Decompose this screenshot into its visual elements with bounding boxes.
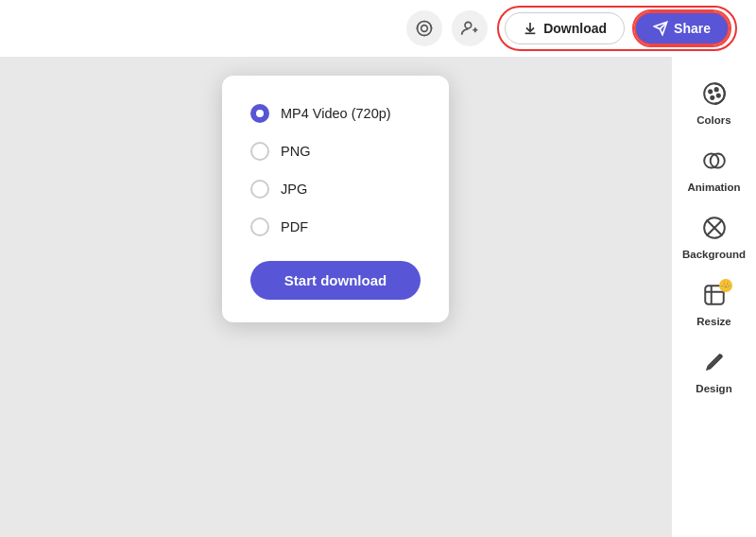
radio-jpg	[250, 180, 269, 199]
option-png[interactable]: PNG	[250, 132, 421, 170]
option-jpg[interactable]: JPG	[250, 170, 421, 208]
design-label: Design	[696, 383, 731, 394]
svg-point-6	[465, 22, 472, 28]
resize-icon-container: 👑	[702, 283, 727, 311]
download-button[interactable]: Download	[505, 12, 625, 44]
svg-point-13	[714, 88, 717, 91]
svg-point-0	[418, 22, 432, 36]
animation-label: Animation	[687, 182, 740, 193]
sidebar-item-resize[interactable]: 👑 Resize	[677, 273, 752, 337]
option-mp4[interactable]: MP4 Video (720p)	[250, 95, 421, 132]
start-download-label: Start download	[284, 272, 387, 288]
toolbar: Download Share	[0, 0, 756, 57]
main-area: MP4 Video (720p) PNG JPG PDF Start downl…	[0, 57, 756, 537]
colors-icon	[702, 81, 727, 110]
radio-png	[250, 142, 269, 161]
download-share-highlight: Download Share	[497, 6, 737, 51]
design-icon	[702, 350, 727, 378]
share-label: Share	[674, 21, 711, 36]
background-icon	[702, 216, 727, 244]
start-download-button[interactable]: Start download	[250, 261, 421, 300]
sidebar-item-background[interactable]: Background	[677, 206, 752, 269]
svg-point-15	[711, 96, 713, 99]
radio-pdf	[250, 217, 269, 236]
svg-point-1	[421, 26, 428, 32]
option-pdf[interactable]: PDF	[250, 208, 421, 246]
canvas-area: MP4 Video (720p) PNG JPG PDF Start downl…	[0, 57, 671, 537]
magic-button[interactable]	[406, 10, 442, 46]
crown-badge: 👑	[719, 279, 732, 292]
option-jpg-label: JPG	[281, 182, 307, 197]
background-label: Background	[682, 249, 746, 260]
right-sidebar: Colors Animation Background	[671, 57, 756, 537]
resize-label: Resize	[696, 316, 730, 327]
radio-mp4	[250, 104, 269, 123]
share-button[interactable]: Share	[634, 11, 730, 45]
sidebar-item-design[interactable]: Design	[677, 340, 752, 404]
option-png-label: PNG	[281, 144, 310, 159]
sidebar-item-colors[interactable]: Colors	[677, 72, 752, 135]
sidebar-item-animation[interactable]: Animation	[677, 139, 752, 202]
colors-label: Colors	[696, 114, 730, 126]
option-pdf-label: PDF	[281, 219, 308, 234]
add-user-button[interactable]	[452, 10, 488, 46]
download-dropdown: MP4 Video (720p) PNG JPG PDF Start downl…	[222, 76, 449, 322]
option-mp4-label: MP4 Video (720p)	[281, 106, 391, 121]
download-label: Download	[543, 21, 607, 36]
svg-point-14	[716, 95, 719, 97]
animation-icon	[702, 148, 727, 177]
svg-point-12	[709, 90, 712, 93]
